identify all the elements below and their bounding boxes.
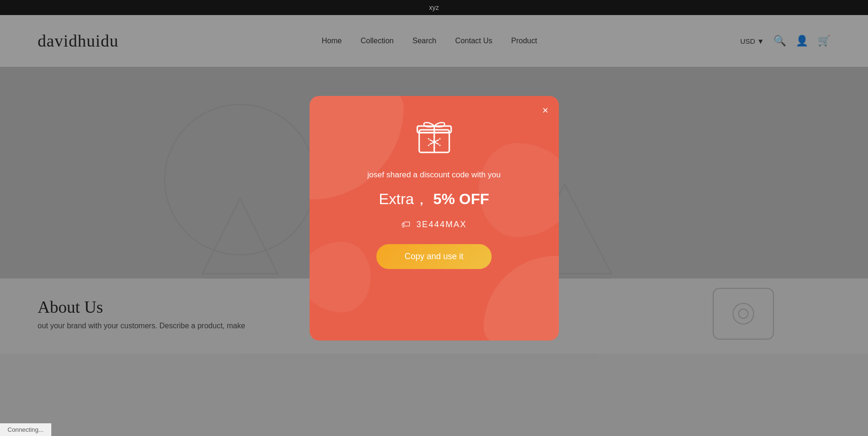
status-bar: Connecting... <box>0 423 51 436</box>
modal-overlay[interactable]: × <box>0 0 868 436</box>
svg-point-20 <box>439 138 440 139</box>
coupon-code-row: 🏷 3E444MAX <box>401 219 467 230</box>
modal-close-button[interactable]: × <box>542 104 549 117</box>
svg-point-16 <box>433 135 435 137</box>
modal-decoration-1 <box>310 96 404 199</box>
modal-decoration-3 <box>479 143 559 237</box>
svg-point-17 <box>433 147 435 148</box>
discount-modal: × <box>310 96 559 341</box>
svg-point-18 <box>428 138 429 139</box>
tag-icon: 🏷 <box>401 219 411 230</box>
modal-subtitle: josef shared a discount code with you <box>367 170 501 180</box>
modal-discount-text: Extra， 5% OFF <box>379 189 489 210</box>
coupon-code: 3E444MAX <box>416 220 467 230</box>
gift-icon <box>415 119 453 157</box>
discount-prefix: Extra， <box>379 190 429 207</box>
modal-decoration-2 <box>484 256 559 341</box>
discount-value: 5% OFF <box>433 190 489 207</box>
status-text: Connecting... <box>8 426 44 433</box>
svg-point-21 <box>428 144 429 146</box>
copy-use-button[interactable]: Copy and use it <box>376 244 492 269</box>
svg-point-19 <box>439 144 440 146</box>
modal-decoration-4 <box>310 242 371 312</box>
gift-icon-container <box>415 119 453 159</box>
